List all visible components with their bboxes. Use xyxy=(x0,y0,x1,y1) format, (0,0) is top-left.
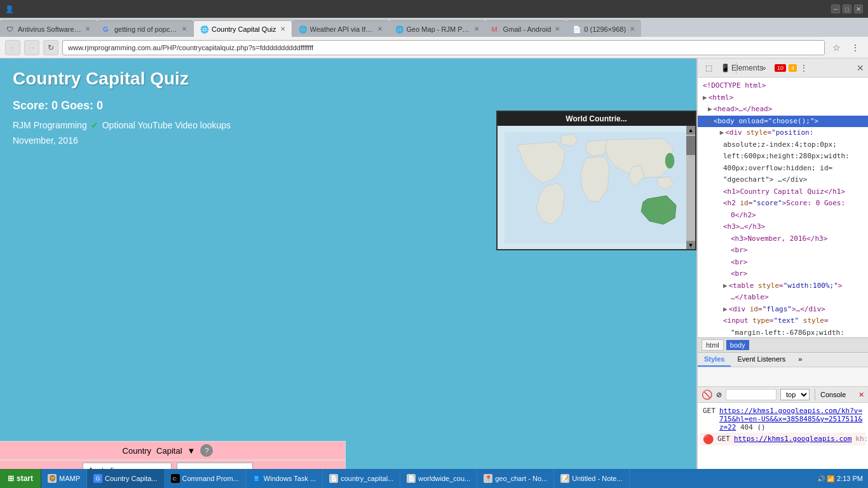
taskbar-items: 🦁 MAMP G Country Capita... C: Command Pr… xyxy=(41,469,812,488)
back-button[interactable]: ← xyxy=(5,40,20,55)
taskbar-item-country[interactable]: G Country Capita... xyxy=(87,469,165,488)
tab-favicon-geomap: 🌐 xyxy=(395,25,403,33)
user-icon: 👤 xyxy=(5,5,14,13)
taskbar-item-notepad[interactable]: 📝 Untitled - Note... xyxy=(554,469,629,488)
tab-favicon-country: 🌐 xyxy=(200,25,208,33)
file1-label: country_capital... xyxy=(341,475,393,482)
clock-display: 2:13 PM xyxy=(837,475,863,482)
breadcrumb-body[interactable]: body xyxy=(726,340,749,350)
checkbox-checked-icon[interactable]: ✔ xyxy=(91,120,98,130)
taskbar-item-geochart[interactable]: 📍 geo_chart - No... xyxy=(477,469,554,488)
capital-header-label: Capital xyxy=(156,446,182,456)
tab-close-popcash[interactable]: ✕ xyxy=(182,25,187,32)
title-bar-controls[interactable]: ─ □ ✕ xyxy=(831,4,863,13)
extensions-button[interactable]: ⋮ xyxy=(848,40,863,55)
devtools-elements-btn[interactable]: Elements xyxy=(740,61,754,75)
tab-popcash[interactable]: G getting rid of popcash - ✕ xyxy=(97,20,193,37)
console-search-input[interactable] xyxy=(726,389,776,400)
another-geo-link[interactable]: Another geo... xyxy=(498,250,695,250)
scrollbar-down-arrow[interactable]: ▼ xyxy=(686,241,695,250)
cmd-icon: C: xyxy=(171,474,180,483)
console-entry-1: GET https://khms1.googleapis.com/kh?v=71… xyxy=(700,405,865,433)
maximize-button[interactable]: □ xyxy=(843,4,851,13)
taskbar-item-taskmgr[interactable]: ☰ Windows Task ... xyxy=(246,469,323,488)
country-label: Country Capita... xyxy=(105,475,158,482)
console-context-select[interactable]: top xyxy=(780,389,810,400)
bookmark-button[interactable]: ☆ xyxy=(829,40,844,55)
tab-antivirus[interactable]: 🛡 Antivirus Software and t ✕ xyxy=(0,20,97,37)
devtools-code-view[interactable]: <!DOCTYPE html> ▶<html> ▶<head>…</head> … xyxy=(698,78,868,337)
tab-country-capital[interactable]: 🌐 Country Capital Quiz ✕ xyxy=(193,20,292,37)
console-close-btn[interactable]: ✕ xyxy=(858,391,864,399)
tab-bar: 🛡 Antivirus Software and t ✕ G getting r… xyxy=(0,18,868,37)
taskbar-item-mamp[interactable]: 🦁 MAMP xyxy=(41,469,87,488)
code-absolute: absolute;z-index:4;top:0px; xyxy=(698,139,868,151)
error-icon: 🔴 xyxy=(703,435,714,444)
map-iframe: World Countrie... xyxy=(496,111,696,250)
tab-event-listeners[interactable]: Event Listeners xyxy=(731,353,792,367)
main-area: Country Capital Quiz Score: 0 Goes: 0 RJ… xyxy=(0,58,868,488)
breadcrumb-html[interactable]: html xyxy=(702,339,724,351)
minimize-button[interactable]: ─ xyxy=(831,4,840,13)
navigation-bar: ← → ↻ www.rjmprogramming.com.au/PHP/coun… xyxy=(0,37,868,58)
page-title: Country Capital Quiz xyxy=(13,69,684,89)
map-world: ▲ ▼ xyxy=(498,126,695,250)
tab-favicon-antivirus: 🛡 xyxy=(6,25,14,33)
console-clear-icon[interactable]: 🚫 xyxy=(702,390,712,400)
tab-gmail[interactable]: M Gmail - Android ✕ xyxy=(485,20,567,37)
help-button[interactable]: ? xyxy=(200,444,213,457)
code-dgeochart: "dgeochart"> …</div> xyxy=(698,174,868,186)
scrollbar-thumb[interactable] xyxy=(686,136,695,155)
tab-label-inspector: 0 (1296×968) xyxy=(584,25,626,33)
tab-close-gmail[interactable]: ✕ xyxy=(555,25,560,32)
tab-close-inspector[interactable]: ✕ xyxy=(630,25,635,32)
console-filter-icon[interactable]: ⊘ xyxy=(716,391,722,399)
tab-weather[interactable]: 🌐 Weather API via Iframe ✕ xyxy=(292,20,389,37)
youtube-checkbox-label[interactable]: Optional YouTube Video lookups xyxy=(102,120,231,130)
tab-styles[interactable]: Styles xyxy=(698,353,731,367)
code-head: ▶<head>…</head> xyxy=(698,104,868,116)
devtools-more-btn[interactable]: » xyxy=(757,61,771,75)
tab-label-geomap: Geo Map - RJM Programmi... xyxy=(407,25,470,33)
error-badge: 10 xyxy=(775,64,786,72)
code-h2-end: 0</h2> xyxy=(698,210,868,222)
start-label: start xyxy=(17,474,33,483)
devtools-close-btn[interactable]: ✕ xyxy=(857,63,864,73)
code-body[interactable]: ▶<body onload="choose();"> xyxy=(698,116,868,128)
file2-label: worldwide_cou... xyxy=(418,475,470,482)
youtube-label: Optional YouTube Video lookups xyxy=(102,120,231,130)
tab-close-weather[interactable]: ✕ xyxy=(377,25,383,32)
taskbar-item-file1[interactable]: 📄 country_capital... xyxy=(323,469,400,488)
code-html: ▶<html> xyxy=(698,92,868,104)
code-br1: <br> xyxy=(698,245,868,257)
devtools-inspect-btn[interactable]: ⬚ xyxy=(702,61,715,75)
devtools-panel-tabs: Styles Event Listeners » xyxy=(698,353,868,367)
tab-close-antivirus[interactable]: ✕ xyxy=(85,25,90,32)
scrollbar-up-arrow[interactable]: ▲ xyxy=(686,126,695,135)
reload-button[interactable]: ↻ xyxy=(43,40,58,55)
code-doctype: <!DOCTYPE html> xyxy=(698,80,868,92)
tab-more-panels[interactable]: » xyxy=(792,353,808,367)
code-input: <input type="text" style= xyxy=(698,315,868,327)
styles-area xyxy=(698,367,868,386)
close-window-button[interactable]: ✕ xyxy=(854,4,863,13)
tab-inspector[interactable]: 📄 0 (1296×968) ✕ xyxy=(566,20,641,37)
cmd-label: Command Prom... xyxy=(182,475,239,482)
taskbar-item-file2[interactable]: 📄 worldwide_cou... xyxy=(400,469,477,488)
windows-logo-icon: ⊞ xyxy=(8,474,14,483)
tab-close-geomap[interactable]: ✕ xyxy=(474,25,479,32)
tab-geomap[interactable]: 🌐 Geo Map - RJM Programmi... ✕ xyxy=(389,20,485,37)
tab-label-popcash: getting rid of popcash - xyxy=(114,25,178,33)
devtools-device-btn[interactable]: 📱 xyxy=(718,61,732,75)
devtools-options-btn[interactable]: ⋮ xyxy=(799,63,808,73)
google-api-url-2[interactable]: https://khms1.googleapis.com xyxy=(734,435,851,443)
map-scrollbar[interactable]: ▲ ▼ xyxy=(686,126,695,250)
console-url-1[interactable]: https://khms1.googleapis.com/kh?v=715&hl… xyxy=(719,407,863,431)
tab-close-country[interactable]: ✕ xyxy=(280,25,285,32)
start-button[interactable]: ⊞ start xyxy=(0,469,41,488)
address-bar[interactable]: www.rjmprogramming.com.au/PHP/countrycap… xyxy=(62,40,825,55)
forward-button[interactable]: → xyxy=(24,40,39,55)
tab-label-gmail: Gmail - Android xyxy=(503,25,552,33)
taskbar-item-cmd[interactable]: C: Command Prom... xyxy=(165,469,246,488)
console-title[interactable]: Console xyxy=(820,391,846,398)
